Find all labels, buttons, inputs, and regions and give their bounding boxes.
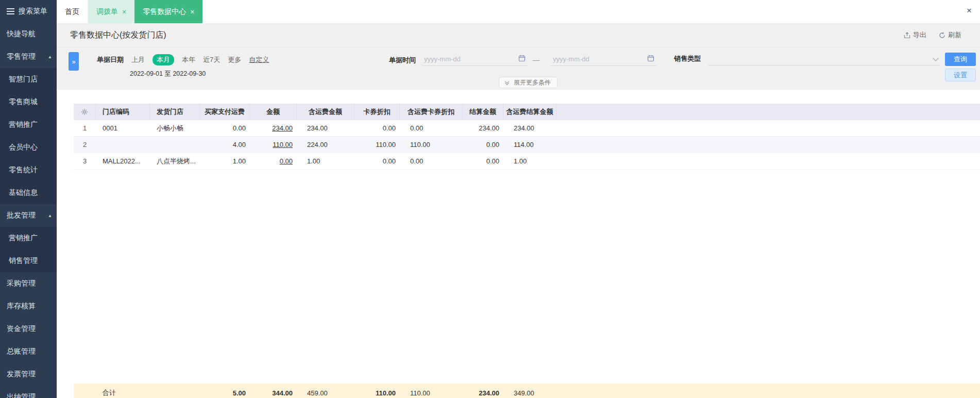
cell-settlement: 0.00 (463, 141, 503, 148)
cell-buyer-shipping: 4.00 (200, 141, 250, 148)
cell-settlement-incl-shipping: 114.00 (503, 141, 556, 148)
sidebar-item-inventory-accounting[interactable]: 库存核算 (0, 295, 57, 318)
totals-amount: 344.00 (250, 389, 297, 397)
sales-type-filter-group: 销售类型 (674, 54, 940, 65)
tab-close-icon[interactable]: × (190, 8, 194, 15)
sidebar-item-quick-nav[interactable]: 快捷导航 (0, 23, 57, 45)
sidebar-item-label: 发票管理 (7, 370, 36, 379)
totals-settlement: 234.00 (463, 389, 503, 397)
close-icon[interactable]: × (967, 6, 972, 16)
sidebar-item-wholesale-marketing[interactable]: 营销推广 (0, 227, 57, 250)
col-header-shipping-store[interactable]: 发货门店 (150, 104, 200, 120)
sidebar-item-purchase-mgmt[interactable]: 采购管理 (0, 272, 57, 295)
tab-close-icon[interactable]: × (122, 8, 126, 15)
sidebar-item-label: 零售管理 (7, 52, 36, 61)
cell-coupon-discount: 110.00 (354, 141, 400, 148)
totals-coupon-incl-shipping: 110.00 (400, 389, 463, 397)
amount-link[interactable]: 0.00 (280, 157, 293, 165)
col-header-coupon-discount[interactable]: 卡券折扣 (354, 104, 400, 120)
sidebar-item-retail-marketing[interactable]: 营销推广 (0, 113, 57, 136)
sales-type-select[interactable] (708, 54, 940, 65)
cell-row-index: 2 (74, 141, 96, 148)
cell-coupon-incl-shipping: 0.00 (400, 124, 463, 132)
sidebar-item-basic-info[interactable]: 基础信息 (0, 181, 57, 204)
tab-home[interactable]: 首页 (57, 0, 88, 23)
col-header-store-code[interactable]: 门店编码 (96, 104, 150, 120)
caret-up-icon: ▲ (48, 55, 52, 59)
column-settings-button[interactable] (74, 104, 96, 120)
collapse-filter-button[interactable]: » (69, 52, 79, 71)
settings-button[interactable]: 设置 (945, 69, 976, 81)
sidebar-item-label: 采购管理 (7, 279, 36, 288)
sidebar-item-label: 零售统计 (9, 165, 38, 175)
cell-coupon-incl-shipping: 0.00 (400, 157, 463, 165)
col-header-coupon-incl-shipping[interactable]: 含运费卡券折扣 (400, 104, 463, 120)
amount-link[interactable]: 110.00 (273, 141, 293, 148)
export-label: 导出 (913, 30, 926, 40)
sales-type-label: 销售类型 (674, 54, 701, 63)
end-date-input[interactable] (551, 54, 656, 66)
date-option-last-month[interactable]: 上月 (131, 55, 145, 64)
cell-settlement-incl-shipping: 1.00 (503, 157, 556, 165)
expand-more-conditions-button[interactable]: 展开更多条件 (499, 77, 557, 88)
sidebar-item-retail-stats[interactable]: 零售统计 (0, 159, 57, 181)
sidebar-search-menu[interactable]: 搜索菜单 (0, 0, 57, 23)
app-root: 搜索菜单 快捷导航 零售管理▲ 智慧门店 零售商城 营销推广 会员中心 零售统计… (0, 0, 980, 398)
sidebar-item-retail-mall[interactable]: 零售商城 (0, 91, 57, 113)
tab-label: 首页 (65, 7, 79, 16)
cell-amount-incl-shipping: 1.00 (297, 157, 354, 165)
sidebar-item-sales-mgmt[interactable]: 销售管理 (0, 250, 57, 272)
sidebar-item-label: 出纳管理 (7, 392, 36, 398)
export-icon (904, 32, 910, 39)
date-option-custom[interactable]: 自定义 (249, 55, 269, 64)
cell-store-code: 0001 (96, 124, 150, 132)
start-date-input[interactable] (422, 54, 528, 66)
sidebar-item-funds-mgmt[interactable]: 资金管理 (0, 318, 57, 340)
sidebar-group-retail-mgmt[interactable]: 零售管理▲ (0, 45, 57, 68)
col-header-settlement-incl-shipping[interactable]: 含运费结算金额 (503, 104, 556, 120)
tab-retail-data-center[interactable]: 零售数据中心 × (134, 0, 202, 23)
totals-amount-incl-shipping: 459.00 (297, 389, 354, 397)
export-button[interactable]: 导出 (904, 30, 926, 40)
cell-amount-incl-shipping: 224.00 (297, 141, 354, 148)
sidebar-group-wholesale-mgmt[interactable]: 批发管理▲ (0, 204, 57, 227)
cell-store-name: 小畅小畅 (150, 124, 200, 133)
date-option-more[interactable]: 更多 (228, 55, 241, 64)
col-header-buyer-shipping[interactable]: 买家支付运费 (200, 104, 250, 120)
table-row[interactable]: 2 4.00 110.00 224.00 110.00 110.00 0.00 … (74, 137, 980, 153)
cell-amount: 110.00 (250, 141, 297, 148)
amount-link[interactable]: 234.00 (272, 124, 293, 132)
sidebar-item-label: 资金管理 (7, 324, 36, 334)
sidebar-item-member-center[interactable]: 会员中心 (0, 136, 57, 159)
sidebar-item-invoice-mgmt[interactable]: 发票管理 (0, 363, 57, 386)
date-option-this-year[interactable]: 本年 (182, 55, 195, 64)
hamburger-icon (7, 8, 14, 14)
tab-label: 调拨单 (96, 7, 118, 16)
sidebar-item-general-ledger[interactable]: 总账管理 (0, 340, 57, 363)
sidebar-item-label: 营销推广 (9, 120, 38, 129)
sidebar-item-label: 会员中心 (9, 143, 38, 152)
calendar-icon[interactable] (518, 55, 526, 63)
sidebar-item-label: 零售商城 (9, 97, 38, 107)
sidebar-item-label: 库存核算 (7, 302, 36, 311)
query-button[interactable]: 查询 (945, 53, 976, 66)
cell-buyer-shipping: 1.00 (200, 157, 250, 165)
totals-buyer-shipping: 5.00 (200, 389, 250, 397)
tab-transfer-order[interactable]: 调拨单 × (88, 0, 134, 23)
date-filter-group: 单据日期 上月 本月 本年 近7天 更多 自定义 (97, 54, 269, 65)
table-row[interactable]: 3 MALL2022... 八点半烧烤... 1.00 0.00 1.00 0.… (74, 153, 980, 170)
refresh-button[interactable]: 刷新 (939, 30, 961, 40)
sidebar-item-cashier-mgmt[interactable]: 出纳管理 (0, 386, 57, 398)
table-row[interactable]: 1 0001 小畅小畅 0.00 234.00 234.00 0.00 0.00… (74, 120, 980, 137)
gear-icon (81, 108, 88, 115)
date-option-last-7-days[interactable]: 近7天 (203, 55, 220, 64)
col-header-amount-incl-shipping[interactable]: 含运费金额 (297, 104, 354, 120)
col-header-settlement[interactable]: 结算金额 (463, 104, 503, 120)
sidebar-item-smart-store[interactable]: 智慧门店 (0, 68, 57, 91)
col-header-amount[interactable]: 金额 (250, 104, 297, 120)
date-option-this-month[interactable]: 本月 (153, 54, 174, 65)
calendar-icon[interactable] (647, 55, 654, 63)
sidebar-item-label: 总账管理 (7, 347, 36, 356)
sidebar-item-label: 销售管理 (9, 256, 38, 266)
caret-up-icon: ▲ (48, 213, 52, 218)
